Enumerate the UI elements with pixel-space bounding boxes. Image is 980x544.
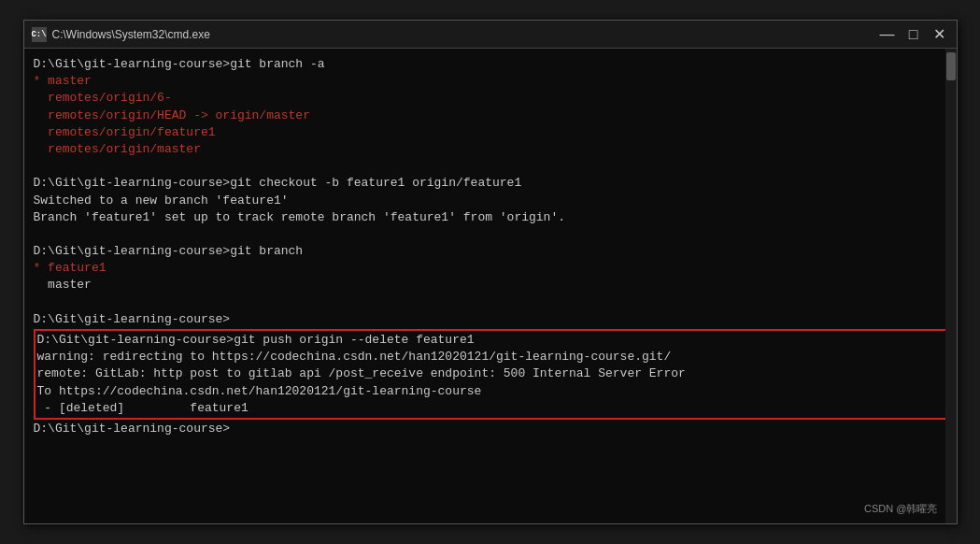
highlighted-line3: To https://codechina.csdn.net/han1202012… [37,383,944,400]
line-11 [34,226,947,243]
line-1: D:\Git\git-learning-course>git branch -a [34,56,947,73]
title-bar-left: C:\ C:\Windows\System32\cmd.exe [32,27,210,42]
highlighted-line2: remote: GitLab: http post to gitlab api … [37,365,944,382]
window-title: C:\Windows\System32\cmd.exe [52,28,210,41]
scrollbar-thumb[interactable] [946,52,956,80]
line-2: * master [34,73,947,90]
highlighted-block: D:\Git\git-learning-course>git push orig… [34,329,947,420]
cmd-window: C:\ C:\Windows\System32\cmd.exe — □ ✕ D:… [23,20,958,524]
line-4: remotes/origin/HEAD -> origin/master [34,107,947,124]
line-15 [34,294,947,311]
line-6: remotes/origin/master [34,141,947,158]
title-bar: C:\ C:\Windows\System32\cmd.exe — □ ✕ [24,21,957,49]
line-after: D:\Git\git-learning-course> [34,421,947,437]
line-3: remotes/origin/6- [34,90,947,107]
line-13: * feature1 [34,260,947,277]
close-button[interactable]: ✕ [930,25,949,44]
highlighted-line1: warning: redirecting to https://codechin… [37,349,944,365]
scrollbar[interactable] [945,49,957,523]
line-5: remotes/origin/feature1 [34,124,947,141]
cmd-icon: C:\ [32,27,47,42]
line-12: D:\Git\git-learning-course>git branch [34,243,947,260]
maximize-button[interactable]: □ [904,25,923,44]
line-10: Branch 'feature1' set up to track remote… [34,209,947,226]
line-7 [34,158,947,175]
highlighted-line4: - [deleted] feature1 [37,400,944,417]
line-16: D:\Git\git-learning-course> [34,311,947,328]
title-bar-controls: — □ ✕ [878,25,949,44]
highlighted-cmd: D:\Git\git-learning-course>git push orig… [37,332,944,349]
line-8: D:\Git\git-learning-course>git checkout … [34,175,947,192]
minimize-button[interactable]: — [878,25,897,44]
watermark: CSDN @韩曜亮 [864,502,937,516]
line-9: Switched to a new branch 'feature1' [34,193,947,209]
terminal-body: D:\Git\git-learning-course>git branch -a… [24,49,957,523]
line-14: master [34,277,947,293]
